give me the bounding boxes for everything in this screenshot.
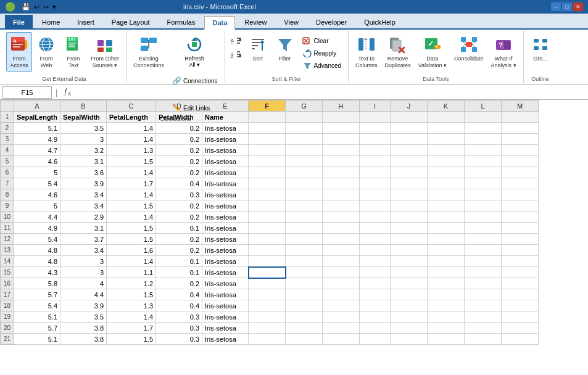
cell-E9[interactable]: Iris-setosa <box>202 200 249 212</box>
cell-I9[interactable] <box>360 200 391 212</box>
cell-C18[interactable]: 1.3 <box>107 300 156 311</box>
cell-A18[interactable]: 5.4 <box>14 300 60 311</box>
cell-L21[interactable] <box>465 334 502 345</box>
cell-D2[interactable]: 0.2 <box>156 123 202 134</box>
cell-G8[interactable] <box>286 189 323 200</box>
group-button[interactable]: Gro... <box>528 32 553 65</box>
cell-I12[interactable] <box>360 234 391 245</box>
cell-D18[interactable]: 0.4 <box>156 300 202 311</box>
cell-L5[interactable] <box>465 156 502 167</box>
cell-M11[interactable] <box>502 223 539 234</box>
reapply-button[interactable]: Reapply <box>299 47 344 59</box>
cell-H3[interactable] <box>323 134 360 145</box>
tab-insert[interactable]: Insert <box>69 15 102 28</box>
cell-G14[interactable] <box>286 256 323 267</box>
cell-J15[interactable] <box>391 267 428 278</box>
cell-L16[interactable] <box>465 278 502 289</box>
cell-L12[interactable] <box>465 234 502 245</box>
cell-G18[interactable] <box>286 300 323 311</box>
cell-C20[interactable]: 1.7 <box>107 323 156 334</box>
row-header[interactable]: 2 <box>1 123 14 134</box>
cell-G13[interactable] <box>286 245 323 256</box>
cell-K15[interactable] <box>428 267 465 278</box>
cell-M1[interactable] <box>502 112 539 123</box>
cell-I3[interactable] <box>360 134 391 145</box>
cell-H1[interactable] <box>323 112 360 123</box>
cell-D11[interactable]: 0.1 <box>156 223 202 234</box>
cell-M8[interactable] <box>502 189 539 200</box>
cell-M14[interactable] <box>502 256 539 267</box>
cell-B8[interactable]: 3.4 <box>60 189 107 200</box>
cell-A3[interactable]: 4.9 <box>14 134 60 145</box>
cell-K20[interactable] <box>428 323 465 334</box>
row-header[interactable]: 9 <box>1 200 14 212</box>
cell-H6[interactable] <box>323 167 360 178</box>
cell-B4[interactable]: 3.2 <box>60 145 107 156</box>
row-header[interactable]: 13 <box>1 245 14 256</box>
cell-G20[interactable] <box>286 323 323 334</box>
cell-H8[interactable] <box>323 189 360 200</box>
cell-D13[interactable]: 0.2 <box>156 245 202 256</box>
cell-B20[interactable]: 3.8 <box>60 323 107 334</box>
clear-button[interactable]: Clear <box>299 35 344 47</box>
cell-F16[interactable] <box>249 278 286 289</box>
row-header[interactable]: 3 <box>1 134 14 145</box>
cell-E6[interactable]: Iris-setosa <box>202 167 249 178</box>
cell-L8[interactable] <box>465 189 502 200</box>
cell-I15[interactable] <box>360 267 391 278</box>
cell-L14[interactable] <box>465 256 502 267</box>
cell-B17[interactable]: 4.4 <box>60 289 107 300</box>
cell-L18[interactable] <box>465 300 502 311</box>
tab-review[interactable]: Review <box>236 15 275 28</box>
cell-E17[interactable]: Iris-setosa <box>202 289 249 300</box>
cell-C16[interactable]: 1.2 <box>107 278 156 289</box>
cell-J21[interactable] <box>391 334 428 345</box>
cell-M12[interactable] <box>502 234 539 245</box>
cell-E21[interactable]: Iris-setosa <box>202 334 249 345</box>
cell-G16[interactable] <box>286 278 323 289</box>
cell-J9[interactable] <box>391 200 428 212</box>
cell-D6[interactable]: 0.2 <box>156 167 202 178</box>
cell-K10[interactable] <box>428 212 465 223</box>
cell-A9[interactable]: 5 <box>14 200 60 212</box>
cell-K19[interactable] <box>428 311 465 323</box>
row-header[interactable]: 7 <box>1 178 14 189</box>
cell-M15[interactable] <box>502 267 539 278</box>
cell-H20[interactable] <box>323 323 360 334</box>
col-header-m[interactable]: M <box>502 101 539 112</box>
cell-B14[interactable]: 3 <box>60 256 107 267</box>
cell-J7[interactable] <box>391 178 428 189</box>
cell-F1[interactable] <box>249 112 286 123</box>
cell-J19[interactable] <box>391 311 428 323</box>
cell-G6[interactable] <box>286 167 323 178</box>
cell-B15[interactable]: 3 <box>60 267 107 278</box>
cell-F11[interactable] <box>249 223 286 234</box>
existing-connections-button[interactable]: ExistingConnections <box>130 32 167 72</box>
cell-F14[interactable] <box>249 256 286 267</box>
from-text-button[interactable]: TXT FromText <box>60 32 86 72</box>
cell-G19[interactable] <box>286 311 323 323</box>
cell-A17[interactable]: 5.7 <box>14 289 60 300</box>
cell-F3[interactable] <box>249 134 286 145</box>
cell-L7[interactable] <box>465 178 502 189</box>
col-header-a[interactable]: A <box>14 101 60 112</box>
cell-D3[interactable]: 0.2 <box>156 134 202 145</box>
cell-C10[interactable]: 1.4 <box>107 212 156 223</box>
cell-A2[interactable]: 5.1 <box>14 123 60 134</box>
cell-L15[interactable] <box>465 267 502 278</box>
cell-G17[interactable] <box>286 289 323 300</box>
cell-B10[interactable]: 2.9 <box>60 212 107 223</box>
cell-F6[interactable] <box>249 167 286 178</box>
cell-A5[interactable]: 4.6 <box>14 156 60 167</box>
cell-H15[interactable] <box>323 267 360 278</box>
cell-H21[interactable] <box>323 334 360 345</box>
row-header[interactable]: 8 <box>1 189 14 200</box>
row-header[interactable]: 6 <box>1 167 14 178</box>
cell-A15[interactable]: 4.3 <box>14 267 60 278</box>
cell-M17[interactable] <box>502 289 539 300</box>
cell-I6[interactable] <box>360 167 391 178</box>
cell-D8[interactable]: 0.3 <box>156 189 202 200</box>
row-header[interactable]: 18 <box>1 300 14 311</box>
formula-input[interactable] <box>76 86 586 99</box>
cell-L11[interactable] <box>465 223 502 234</box>
